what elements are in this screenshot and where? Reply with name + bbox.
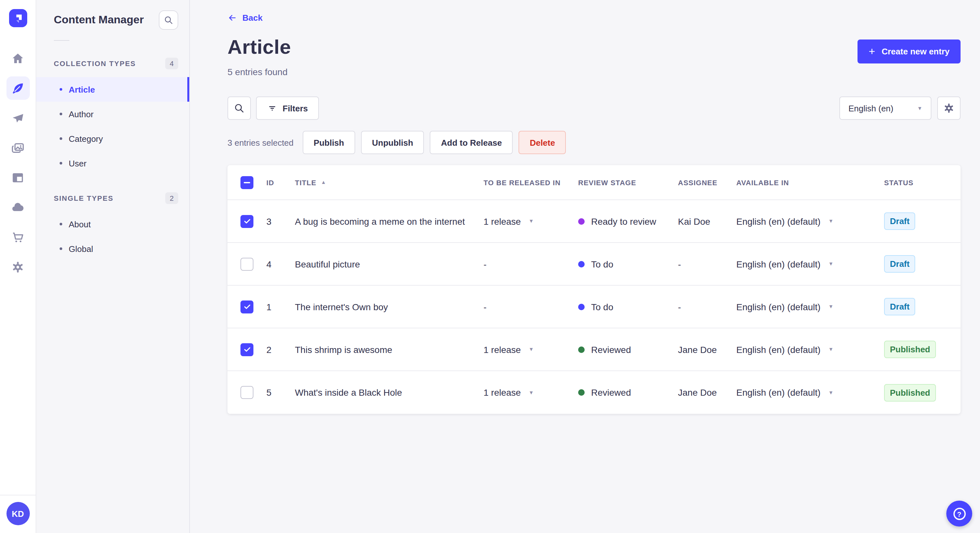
strapi-logo-icon <box>11 11 25 25</box>
content-manager-icon <box>11 81 25 95</box>
main-nav-rail: KD <box>0 0 36 533</box>
search-icon <box>233 102 245 114</box>
bullet-icon <box>60 113 62 115</box>
cell-to-be-released-in[interactable]: 1 release▼ <box>484 216 578 226</box>
add-to-release-button[interactable]: Add to Release <box>430 131 513 154</box>
view-settings-button[interactable] <box>937 97 961 120</box>
row-checkbox[interactable] <box>240 386 253 399</box>
main-content: Back Article 5 entries found + Create ne… <box>190 0 980 533</box>
column-header-review-stage[interactable]: REVIEW STAGE <box>578 178 678 186</box>
bullet-icon <box>60 162 62 165</box>
chevron-down-icon: ▼ <box>828 346 834 352</box>
column-header-id[interactable]: ID <box>266 178 295 186</box>
status-badge: Draft <box>884 255 915 273</box>
nav-media-library[interactable] <box>6 136 30 159</box>
sidebar-item-label: Category <box>69 134 103 143</box>
section-count-badge: 4 <box>165 58 178 69</box>
cell-title: This shrimp is awesome <box>295 344 484 355</box>
chevron-down-icon: ▼ <box>528 346 534 352</box>
chevron-down-icon: ▼ <box>828 261 834 267</box>
nav-content-manager[interactable] <box>6 76 30 100</box>
cell-review-stage: Ready to review <box>578 216 678 226</box>
sidebar-item-global[interactable]: Global <box>36 236 189 261</box>
table-header-row: IDTITLE▲TO BE RELEASED INREVIEW STAGEASS… <box>228 165 961 200</box>
back-link[interactable]: Back <box>228 13 262 23</box>
cell-available-in[interactable]: English (en) (default)▼ <box>736 387 884 398</box>
cell-status: Published <box>884 341 948 358</box>
bullet-icon <box>60 247 62 250</box>
column-header-status[interactable]: STATUS <box>884 178 948 186</box>
cell-to-be-released-in[interactable]: 1 release▼ <box>484 387 578 398</box>
chevron-down-icon: ▼ <box>917 105 922 111</box>
column-header-to-be-released-in[interactable]: TO BE RELEASED IN <box>484 178 578 186</box>
status-badge: Published <box>884 341 936 358</box>
nav-releases[interactable] <box>6 106 30 130</box>
selected-count: 3 entries selected <box>228 138 294 148</box>
nav-home[interactable] <box>6 47 30 70</box>
delete-button[interactable]: Delete <box>519 131 566 154</box>
cloud-icon <box>11 200 25 214</box>
nav-cloud[interactable] <box>6 195 30 219</box>
nav-marketplace[interactable] <box>6 225 30 249</box>
select-all-checkbox[interactable] <box>240 176 253 189</box>
search-icon <box>163 15 174 25</box>
cell-to-be-released-in[interactable]: 1 release▼ <box>484 344 578 355</box>
nav-content-type-builder[interactable] <box>6 166 30 189</box>
entries-count: 5 entries found <box>228 67 291 77</box>
cell-title: The internet's Own boy <box>295 301 484 312</box>
row-checkbox[interactable] <box>240 215 253 228</box>
content-type-builder-icon <box>11 171 25 184</box>
table-row[interactable]: 1The internet's Own boy-To do-English (e… <box>228 286 961 328</box>
sidebar-title: Content Manager <box>54 14 144 27</box>
sidebar-item-user[interactable]: User <box>36 151 189 176</box>
unpublish-button[interactable]: Unpublish <box>361 131 424 154</box>
chevron-down-icon: ▼ <box>828 304 834 309</box>
cell-review-stage: Reviewed <box>578 387 678 398</box>
table-row[interactable]: 4Beautiful picture-To do-English (en) (d… <box>228 243 961 286</box>
column-header-available-in[interactable]: AVAILABLE IN <box>736 178 884 186</box>
cell-title: Beautiful picture <box>295 259 484 269</box>
publish-button[interactable]: Publish <box>303 131 355 154</box>
page-title: Article <box>228 36 291 59</box>
cell-review-stage: To do <box>578 259 678 269</box>
locale-select[interactable]: English (en) ▼ <box>839 97 931 120</box>
rail-footer: KD <box>0 495 36 533</box>
row-checkbox[interactable] <box>240 343 253 356</box>
nav-settings[interactable] <box>6 255 30 279</box>
sidebar-item-category[interactable]: Category <box>36 126 189 151</box>
sidebar-item-about[interactable]: About <box>36 212 189 236</box>
chevron-down-icon: ▼ <box>528 390 534 395</box>
cell-title: What's inside a Black Hole <box>295 387 484 398</box>
help-button[interactable]: ? <box>946 501 972 527</box>
sidebar-search-button[interactable] <box>159 10 178 30</box>
status-badge: Published <box>884 384 936 401</box>
list-search-button[interactable] <box>228 97 251 120</box>
sidebar-item-article[interactable]: Article <box>36 77 189 102</box>
stage-dot-icon <box>578 389 585 396</box>
cell-id: 5 <box>266 387 295 398</box>
avatar[interactable]: KD <box>6 502 30 525</box>
table-row[interactable]: 3A bug is becoming a meme on the interne… <box>228 200 961 243</box>
strapi-logo[interactable] <box>9 9 27 27</box>
sidebar-item-author[interactable]: Author <box>36 102 189 126</box>
create-new-entry-button[interactable]: + Create new entry <box>858 40 961 63</box>
cell-id: 1 <box>266 301 295 312</box>
cell-available-in[interactable]: English (en) (default)▼ <box>736 344 884 355</box>
cell-available-in[interactable]: English (en) (default)▼ <box>736 216 884 226</box>
bullet-icon <box>60 137 62 140</box>
column-header-title[interactable]: TITLE▲ <box>295 178 484 186</box>
row-checkbox[interactable] <box>240 257 253 270</box>
sidebar-item-label: About <box>69 219 91 229</box>
marketplace-icon <box>11 230 25 244</box>
table-row[interactable]: 2This shrimp is awesome1 release▼Reviewe… <box>228 328 961 371</box>
cell-id: 4 <box>266 259 295 269</box>
filters-button[interactable]: Filters <box>256 97 319 120</box>
plus-icon: + <box>869 46 875 57</box>
column-header-assignee[interactable]: ASSIGNEE <box>678 178 736 186</box>
row-checkbox[interactable] <box>240 300 253 313</box>
cell-available-in[interactable]: English (en) (default)▼ <box>736 259 884 269</box>
stage-dot-icon <box>578 261 585 267</box>
cell-available-in[interactable]: English (en) (default)▼ <box>736 301 884 312</box>
table-row[interactable]: 5What's inside a Black Hole1 release▼Rev… <box>228 371 961 414</box>
cell-status: Draft <box>884 213 948 230</box>
